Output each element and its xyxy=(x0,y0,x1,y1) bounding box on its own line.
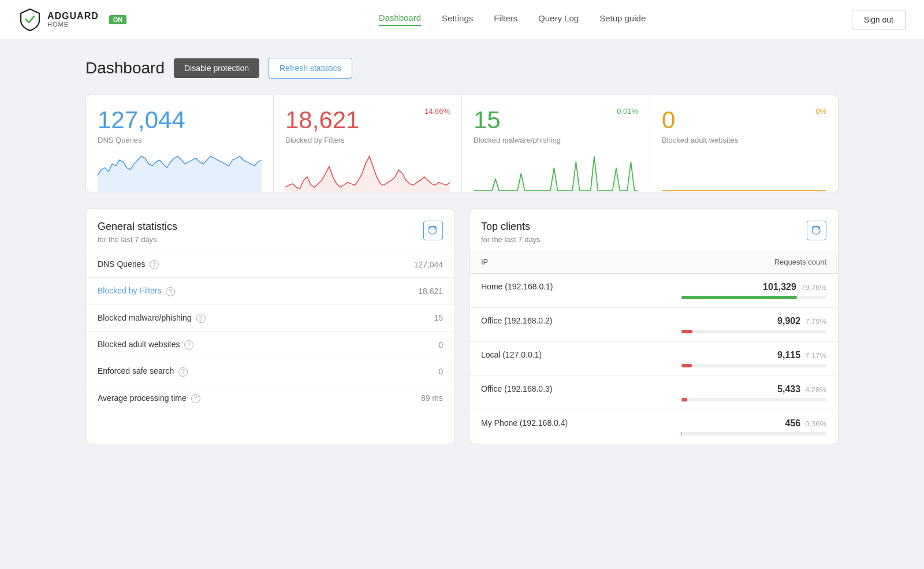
client-name: Home (192.168.0.1) xyxy=(470,274,670,308)
progress-bar-wrap xyxy=(681,296,826,299)
logo-text: ADGUARD HOME xyxy=(47,11,99,28)
clients-table-header: IP Requests count xyxy=(470,251,838,274)
stat-row-label: DNS Queries ? xyxy=(86,251,349,278)
table-row: Blocked adult websites ? 0 xyxy=(86,332,454,358)
stat-card-3: 0 0% Blocked adult websites xyxy=(650,95,839,192)
client-count: 9,115 xyxy=(777,350,800,360)
nav-links: Dashboard Settings Filters Query Log Set… xyxy=(173,13,851,26)
stat-row-value: 0 xyxy=(349,332,454,358)
table-row: My Phone (192.168.0.4) 456 0.36% xyxy=(470,410,838,444)
nav-filters[interactable]: Filters xyxy=(494,13,517,25)
refresh-icon xyxy=(429,226,438,235)
table-row: Office (192.168.0.3) 5,433 4.28% xyxy=(470,376,838,410)
stat-label: DNS Queries xyxy=(98,136,262,144)
help-icon[interactable]: ? xyxy=(166,287,175,296)
sparkline-chart xyxy=(98,151,262,192)
stat-value: 0 xyxy=(662,107,675,133)
client-stats: 101,329 79.76% xyxy=(670,274,838,308)
client-name: My Phone (192.168.0.4) xyxy=(470,410,670,444)
progress-bar xyxy=(681,296,798,299)
client-pct: 79.76% xyxy=(801,283,826,292)
progress-bar xyxy=(681,432,682,436)
sparkline-chart xyxy=(285,151,450,192)
col-requests: Requests count xyxy=(670,251,838,274)
stat-value: 18,621 xyxy=(285,107,359,133)
help-icon[interactable]: ? xyxy=(178,367,188,377)
progress-bar-wrap xyxy=(681,330,826,333)
nav-dashboard[interactable]: Dashboard xyxy=(379,13,421,26)
stat-row-label: Blocked malware/phishing ? xyxy=(86,304,349,331)
logo-sub: HOME xyxy=(47,21,99,28)
refresh-icon xyxy=(812,226,821,235)
client-pct: 0.36% xyxy=(805,419,826,428)
table-row: Home (192.168.0.1) 101,329 79.76% xyxy=(470,274,838,308)
client-stats: 456 0.36% xyxy=(670,410,838,444)
logo-title: ADGUARD xyxy=(47,11,99,21)
top-clients-card: Top clients for the last 7 days IP Reque… xyxy=(469,209,839,444)
sparkline-chart xyxy=(662,151,826,192)
sparkline-chart xyxy=(474,151,638,192)
navbar: ADGUARD HOME ON Dashboard Settings Filte… xyxy=(0,0,924,39)
help-icon[interactable]: ? xyxy=(150,260,159,269)
client-stats: 9,902 7.79% xyxy=(670,308,838,342)
refresh-statistics-button[interactable]: Refresh statistics xyxy=(269,58,352,79)
stat-value: 15 xyxy=(474,107,501,133)
progress-bar-wrap xyxy=(681,398,826,401)
client-name: Office (192.168.0.3) xyxy=(470,376,670,410)
general-stats-subtitle: for the last 7 days xyxy=(98,235,177,244)
general-stats-title-block: General statistics for the last 7 days xyxy=(98,221,177,244)
signout-button[interactable]: Sign out xyxy=(852,10,906,29)
client-name: Local (127.0.0.1) xyxy=(470,342,670,376)
progress-bar-wrap xyxy=(681,432,826,436)
stat-card-0: 127,044 DNS Queries xyxy=(85,95,274,192)
stat-row-label: Average processing time ? xyxy=(86,385,349,411)
general-stats-refresh-button[interactable] xyxy=(423,221,443,240)
stat-label: Blocked adult websites xyxy=(662,136,826,144)
top-clients-title: Top clients xyxy=(481,221,541,233)
help-icon[interactable]: ? xyxy=(196,314,206,323)
table-row: DNS Queries ? 127,044 xyxy=(86,251,454,278)
clients-table: IP Requests count Home (192.168.0.1) 101… xyxy=(470,251,838,444)
stat-percent: 0.01% xyxy=(617,107,638,116)
page-header: Dashboard Disable protection Refresh sta… xyxy=(85,58,839,79)
logo-icon xyxy=(18,8,42,31)
table-row: Average processing time ? 89 ms xyxy=(86,385,454,411)
client-name: Office (192.168.0.2) xyxy=(470,308,670,342)
top-clients-subtitle: for the last 7 days xyxy=(481,235,541,244)
general-stats-header: General statistics for the last 7 days xyxy=(86,209,454,251)
help-icon[interactable]: ? xyxy=(184,340,193,349)
stat-row-value: 0 xyxy=(349,358,454,385)
progress-bar xyxy=(681,364,692,367)
logo: ADGUARD HOME ON xyxy=(18,8,126,31)
table-row: Local (127.0.0.1) 9,115 7.17% xyxy=(470,342,838,376)
client-count: 9,902 xyxy=(777,316,800,326)
client-stats: 5,433 4.28% xyxy=(670,376,838,410)
client-pct: 4.28% xyxy=(805,385,826,394)
stat-label: Blocked by Filters xyxy=(285,136,450,144)
stat-percent: 0% xyxy=(815,107,826,116)
stat-row-label: Blocked adult websites ? xyxy=(86,332,349,358)
stat-row-label: Enforced safe search ? xyxy=(86,358,349,385)
client-pct: 7.79% xyxy=(805,317,826,326)
bottom-section: General statistics for the last 7 days D… xyxy=(85,209,839,444)
table-row: Blocked malware/phishing ? 15 xyxy=(86,304,454,331)
stat-value: 127,044 xyxy=(98,107,185,133)
table-row: Office (192.168.0.2) 9,902 7.79% xyxy=(470,308,838,342)
nav-setup[interactable]: Setup guide xyxy=(599,13,646,25)
stats-table: DNS Queries ? 127,044 Blocked by Filters… xyxy=(86,251,454,411)
stat-row-value: 15 xyxy=(349,304,454,331)
progress-bar-wrap xyxy=(681,364,826,367)
help-icon[interactable]: ? xyxy=(191,394,200,403)
page-title: Dashboard xyxy=(85,59,165,77)
disable-protection-button[interactable]: Disable protection xyxy=(174,58,259,78)
table-row: Blocked by Filters ? 18,621 xyxy=(86,278,454,304)
page-content: Dashboard Disable protection Refresh sta… xyxy=(58,39,866,463)
client-pct: 7.17% xyxy=(805,351,826,360)
client-count: 101,329 xyxy=(763,282,796,292)
nav-querylog[interactable]: Query Log xyxy=(538,13,579,25)
stat-percent: 14.66% xyxy=(424,107,450,116)
stat-row-value: 127,044 xyxy=(349,251,454,278)
stat-row-link[interactable]: Blocked by Filters xyxy=(98,286,161,295)
top-clients-refresh-button[interactable] xyxy=(807,221,826,240)
nav-settings[interactable]: Settings xyxy=(442,13,473,25)
